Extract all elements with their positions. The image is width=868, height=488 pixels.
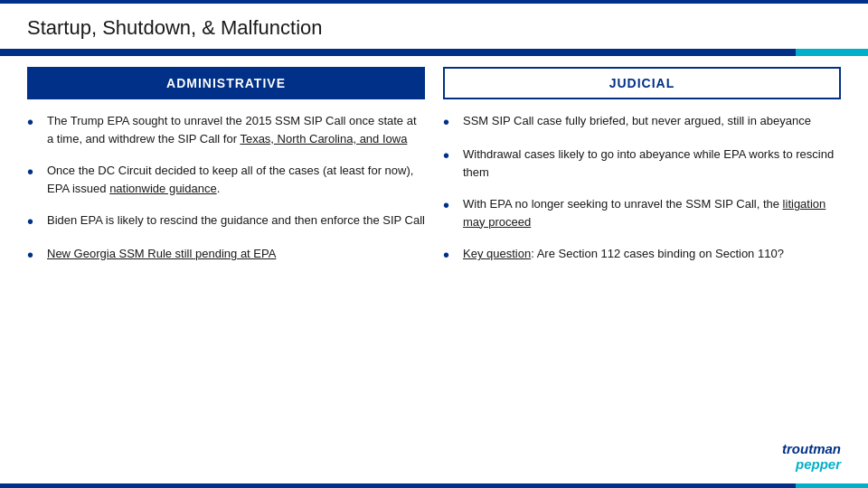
logo-line1: troutman: [782, 441, 841, 456]
list-item: • Withdrawal cases likely to go into abe…: [443, 145, 841, 181]
key-question-link: Key question: [463, 247, 531, 260]
nationwide-guidance-link: nationwide guidance: [109, 182, 217, 195]
judicial-bullet-3: With EPA no longer seeking to unravel th…: [463, 195, 841, 230]
list-item: • Biden EPA is likely to rescind the gui…: [27, 211, 425, 230]
admin-bullet-2: Once the DC Circuit decided to keep all …: [47, 162, 425, 197]
bottom-bar-cyan: [796, 483, 868, 488]
accent-bar-cyan: [796, 49, 868, 56]
bullet-dot: •: [27, 113, 40, 131]
judicial-bullet-4: Key question: Are Section 112 cases bind…: [463, 245, 784, 263]
list-item: • SSM SIP Call case fully briefed, but n…: [443, 112, 841, 131]
content-area: ADMINISTRATIVE • The Trump EPA sought to…: [0, 67, 868, 278]
accent-bar: [0, 49, 868, 56]
logo-area: troutman pepper: [782, 441, 841, 472]
logo-box: troutman pepper: [782, 441, 841, 472]
admin-header: ADMINISTRATIVE: [27, 67, 425, 99]
title-area: Startup, Shutdown, & Malfunction: [0, 0, 868, 49]
judicial-bullet-2: Withdrawal cases likely to go into abeya…: [463, 145, 841, 181]
bullet-dot: •: [27, 246, 40, 264]
admin-column: ADMINISTRATIVE • The Trump EPA sought to…: [27, 67, 425, 278]
judicial-bullet-1: SSM SIP Call case fully briefed, but nev…: [463, 112, 811, 130]
litigation-link: litigation may proceed: [463, 197, 826, 229]
admin-bullet-3: Biden EPA is likely to rescind the guida…: [47, 211, 425, 230]
texas-nc-iowa-link: Texas, North Carolina, and Iowa: [240, 132, 407, 145]
bullet-dot: •: [27, 212, 40, 230]
list-item: • New Georgia SSM Rule still pending at …: [27, 245, 425, 264]
list-item: • Once the DC Circuit decided to keep al…: [27, 162, 425, 197]
list-item: • The Trump EPA sought to unravel the 20…: [27, 112, 425, 147]
judicial-bullet-list: • SSM SIP Call case fully briefed, but n…: [443, 112, 841, 264]
bullet-dot: •: [443, 146, 456, 164]
bullet-dot: •: [443, 113, 456, 131]
list-item: • With EPA no longer seeking to unravel …: [443, 195, 841, 230]
list-item: • Key question: Are Section 112 cases bi…: [443, 245, 841, 264]
bottom-bar: [0, 483, 868, 488]
judicial-column: JUDICIAL • SSM SIP Call case fully brief…: [443, 67, 841, 278]
judicial-header: JUDICIAL: [443, 67, 841, 99]
bullet-dot: •: [443, 246, 456, 264]
admin-bullet-1: The Trump EPA sought to unravel the 2015…: [47, 112, 425, 147]
admin-bullet-4: New Georgia SSM Rule still pending at EP…: [47, 245, 276, 263]
bullet-dot: •: [443, 196, 456, 214]
admin-bullet-list: • The Trump EPA sought to unravel the 20…: [27, 112, 425, 264]
logo-line2: pepper: [782, 456, 841, 472]
bullet-dot: •: [27, 163, 40, 181]
page-title: Startup, Shutdown, & Malfunction: [27, 16, 323, 40]
top-bar: [0, 0, 868, 4]
